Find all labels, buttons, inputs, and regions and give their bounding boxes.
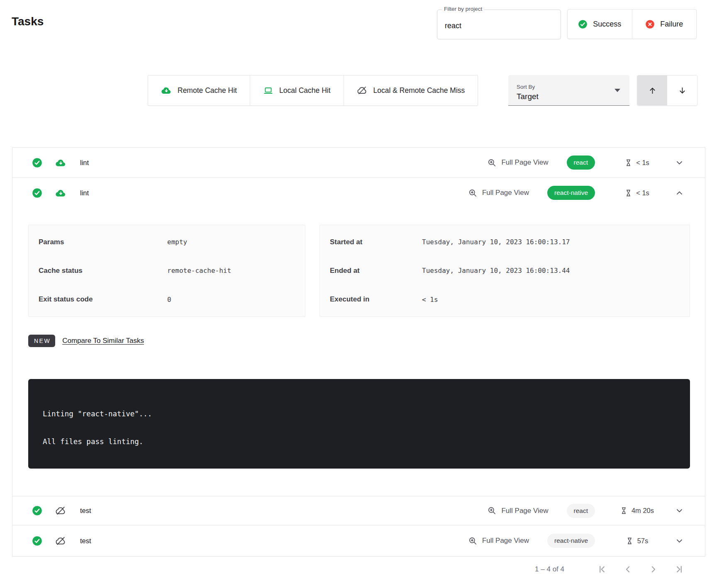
task-list: lint Full Page View react < 1s — [12, 147, 705, 556]
cache-miss-filter[interactable]: Local & Remote Cache Miss — [344, 75, 478, 105]
detail-row: Cache status remote-cache-hit — [29, 267, 305, 275]
execution-panel: Params empty Cache status remote-cache-h… — [28, 225, 305, 317]
detail-row: Started at Tuesday, January 10, 2023 16:… — [320, 238, 690, 246]
first-page-icon — [597, 564, 607, 575]
compare-to-similar-tasks-link[interactable]: Compare To Similar Tasks — [62, 337, 144, 345]
full-page-view-link[interactable]: Full Page View — [468, 536, 529, 546]
last-page-button[interactable] — [674, 564, 685, 575]
page-title: Tasks — [12, 15, 44, 28]
ended-at-label: Ended at — [330, 267, 422, 275]
task-duration-label: 4m 20s — [632, 507, 654, 515]
status-success-icon — [32, 536, 42, 546]
terminal-line: Linting "react-native"... — [43, 410, 678, 418]
cache-status-label: Cache status — [39, 267, 167, 275]
task-duration-label: < 1s — [636, 189, 649, 197]
remote-cache-hit-filter[interactable]: Remote Cache Hit — [148, 75, 250, 105]
first-page-button[interactable] — [597, 564, 607, 575]
next-page-button[interactable] — [648, 564, 659, 575]
hourglass-icon — [624, 158, 632, 167]
compare-row: NEW Compare To Similar Tasks — [28, 335, 705, 347]
task-details: Params empty Cache status remote-cache-h… — [12, 225, 705, 469]
task-duration: 57s — [614, 537, 660, 545]
pagination-range: 1 – 4 of 4 — [535, 565, 564, 573]
cloud-download-icon — [55, 187, 66, 199]
full-page-view-label: Full Page View — [501, 507, 548, 515]
sort-descending-button[interactable] — [667, 75, 697, 105]
task-name: test — [80, 507, 91, 515]
task-row[interactable]: test Full Page View react 4m 20s — [12, 496, 705, 525]
exit-code-value: 0 — [167, 296, 305, 304]
terminal-line: All files pass linting. — [43, 437, 678, 446]
expand-row-button[interactable] — [675, 536, 684, 546]
cloud-download-icon — [55, 157, 66, 168]
task-name: test — [80, 537, 91, 545]
zoom-in-icon — [487, 506, 497, 515]
params-label: Params — [39, 238, 167, 246]
status-success-icon — [32, 188, 42, 198]
cloud-off-icon — [357, 85, 368, 96]
detail-panels: Params empty Cache status remote-cache-h… — [28, 225, 690, 317]
detail-row: Params empty — [29, 238, 305, 246]
task-duration-label: 57s — [637, 537, 649, 545]
timing-panel: Started at Tuesday, January 10, 2023 16:… — [319, 225, 690, 317]
project-badge: react-native — [547, 186, 595, 200]
sort-by-label: Sort By — [517, 84, 622, 90]
exit-code-label: Exit status code — [39, 295, 167, 304]
executed-in-value: < 1s — [422, 296, 690, 304]
zoom-in-icon — [468, 188, 478, 198]
terminal-output: Linting "react-native"... All files pass… — [28, 379, 690, 469]
ended-at-value: Tuesday, January 10, 2023 16:00:13.44 — [422, 267, 690, 275]
x-circle-icon — [645, 19, 655, 29]
project-filter-field: Filter by project — [437, 10, 561, 39]
local-cache-hit-label: Local Cache Hit — [279, 86, 331, 95]
expand-row-button[interactable] — [675, 158, 684, 168]
full-page-view-link[interactable]: Full Page View — [468, 188, 529, 198]
cache-status-value: remote-cache-hit — [167, 267, 305, 275]
arrow-up-icon — [648, 86, 657, 95]
chevron-up-icon — [675, 188, 684, 198]
previous-page-button[interactable] — [622, 564, 633, 575]
task-duration: < 1s — [614, 189, 660, 197]
chevron-down-icon — [675, 158, 684, 168]
hourglass-icon — [626, 537, 634, 545]
chevron-right-icon — [648, 564, 659, 575]
executed-in-label: Executed in — [330, 295, 422, 304]
laptop-icon — [263, 85, 273, 96]
zoom-in-icon — [487, 158, 497, 168]
task-row[interactable]: test Full Page View react-native 57s — [12, 525, 705, 556]
task-row[interactable]: lint Full Page View react < 1s — [12, 148, 705, 177]
dropdown-caret-icon — [614, 89, 620, 92]
params-value: empty — [167, 238, 305, 246]
sort-by-value: Target — [517, 92, 622, 101]
full-page-view-link[interactable]: Full Page View — [487, 506, 548, 515]
sort-by-select[interactable]: Sort By Target — [508, 75, 629, 106]
success-filter-label: Success — [593, 20, 621, 29]
hourglass-icon — [624, 189, 632, 197]
full-page-view-link[interactable]: Full Page View — [487, 158, 548, 168]
expand-row-button[interactable] — [675, 506, 684, 515]
collapse-row-button[interactable] — [675, 188, 684, 198]
project-filter-label: Filter by project — [442, 6, 484, 12]
success-filter-button[interactable]: Success — [568, 10, 632, 39]
failure-filter-button[interactable]: Failure — [632, 10, 697, 39]
project-filter-input[interactable] — [444, 21, 554, 31]
task-row[interactable]: lint Full Page View react-native < 1s — [12, 177, 705, 208]
arrow-down-icon — [678, 86, 687, 95]
full-page-view-label: Full Page View — [482, 189, 529, 197]
task-duration: < 1s — [614, 158, 660, 167]
task-name: lint — [80, 159, 89, 167]
task-row-left: test — [12, 505, 91, 516]
sort-ascending-button[interactable] — [637, 75, 667, 105]
tasks-page: Tasks Filter by project Success Failure … — [0, 0, 712, 588]
task-row-left: lint — [12, 187, 89, 199]
status-success-icon — [32, 505, 42, 516]
detail-row: Ended at Tuesday, January 10, 2023 16:00… — [320, 267, 690, 275]
task-row-right: Full Page View react < 1s — [487, 156, 705, 170]
cache-miss-label: Local & Remote Cache Miss — [373, 86, 465, 95]
hourglass-icon — [620, 506, 628, 515]
sort-order-toggle — [637, 75, 697, 106]
remote-cache-hit-label: Remote Cache Hit — [178, 86, 237, 95]
cache-filter-group: Remote Cache Hit Local Cache Hit Local &… — [148, 75, 478, 106]
local-cache-hit-filter[interactable]: Local Cache Hit — [250, 75, 344, 105]
status-success-icon — [32, 158, 42, 168]
